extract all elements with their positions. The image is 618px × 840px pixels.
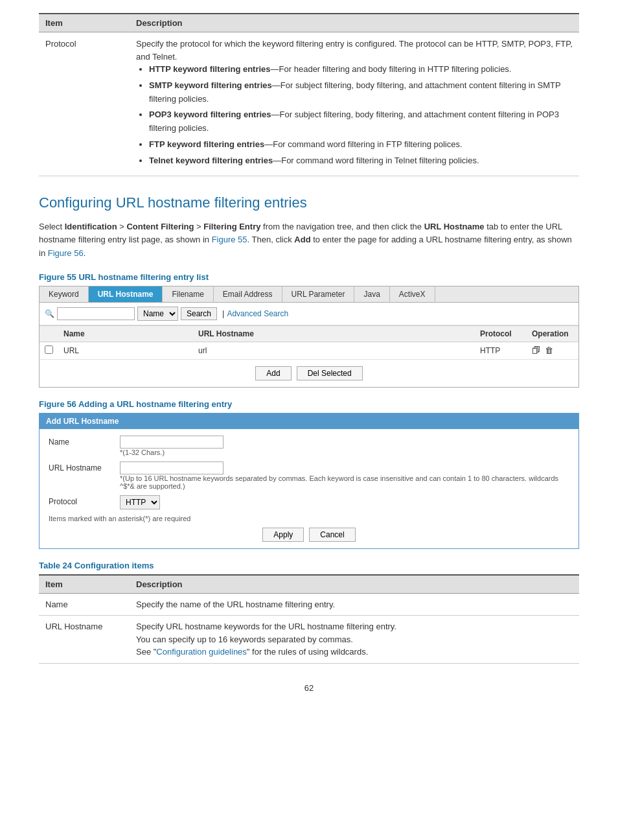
table-row: URL url HTTP 🗍 🗑 — [40, 342, 578, 359]
figure56-panel: Add URL Hostname Name *(1-32 Chars.) URL… — [39, 413, 579, 549]
bullet-smtp: SMTP keyword filtering entries—For subje… — [149, 79, 573, 106]
bullet-telnet: Telnet keyword filtering entries—For com… — [149, 154, 573, 168]
search-select[interactable]: Name — [137, 307, 178, 321]
add-button[interactable]: Add — [255, 366, 291, 380]
protocol-intro: Specify the protocol for which the keywo… — [136, 39, 573, 62]
table-row: Protocol Specify the protocol for which … — [39, 32, 579, 176]
search-row: 🔍 Name Search | Advanced Search — [40, 303, 578, 325]
row-operations: 🗍 🗑 — [527, 342, 578, 359]
form-row-urlhostname: URL Hostname *(Up to 16 URL hostname key… — [49, 461, 569, 490]
fig55-link[interactable]: Figure 55 — [212, 235, 247, 244]
row-urlhostname: url — [193, 342, 475, 359]
row-protocol: HTTP — [475, 342, 527, 359]
t24-col-desc: Description — [130, 575, 579, 594]
protocol-desc: Specify the protocol for which the keywo… — [130, 32, 579, 176]
delete-icon[interactable]: 🗑 — [545, 345, 553, 355]
t24-urlhostname-item: URL Hostname — [39, 616, 130, 664]
protocol-field: HTTP — [120, 495, 569, 509]
t24-name-desc: Specify the name of the URL hostname fil… — [130, 593, 579, 616]
form-row-name: Name *(1-32 Chars.) — [49, 436, 569, 456]
t24-desc-line2: You can specify up to 16 keywords separa… — [136, 635, 353, 644]
fig56-link[interactable]: Figure 56 — [48, 248, 84, 258]
col-desc-header: Description — [130, 14, 579, 32]
col-operation-header: Operation — [527, 325, 578, 342]
table24: Item Description Name Specify the name o… — [39, 574, 579, 664]
urlhostname-input[interactable] — [120, 461, 223, 474]
figure56-caption: Figure 56 Adding a URL hostname filterin… — [39, 399, 579, 409]
form-row-protocol: Protocol HTTP — [49, 495, 569, 509]
advanced-search-link[interactable]: Advanced Search — [227, 309, 288, 318]
figure55-caption: Figure 55 URL hostname filtering entry l… — [39, 272, 579, 282]
add-panel-header: Add URL Hostname — [40, 414, 578, 429]
tab-url-hostname[interactable]: URL Hostname — [89, 286, 163, 302]
config-guidelines-link[interactable]: Configuration guidelines — [156, 647, 246, 657]
col-check-header — [40, 325, 58, 342]
search-icon: 🔍 — [45, 309, 54, 318]
protocol-bullets: HTTP keyword filtering entries—For heade… — [149, 63, 573, 168]
t24-col-item: Item — [39, 575, 130, 594]
urlhostname-label: URL Hostname — [49, 461, 120, 472]
t24-desc-line1: Specify URL hostname keywords for the UR… — [136, 622, 396, 631]
bullet-pop3: POP3 keyword filtering entries—For subje… — [149, 108, 573, 135]
cancel-button[interactable]: Cancel — [309, 528, 355, 542]
table-row: Name Specify the name of the URL hostnam… — [39, 593, 579, 616]
list-button-row: Add Del Selected — [40, 360, 578, 387]
page-number: 62 — [39, 683, 579, 693]
del-selected-button[interactable]: Del Selected — [297, 366, 363, 380]
t24-urlhostname-desc: Specify URL hostname keywords for the UR… — [130, 616, 579, 664]
form-actions: Apply Cancel — [49, 528, 569, 542]
figure55-panel: Keyword URL Hostname Filename Email Addr… — [39, 286, 579, 388]
col-protocol-header: Protocol — [475, 325, 527, 342]
table-row: URL Hostname Specify URL hostname keywor… — [39, 616, 579, 664]
bullet-ftp: FTP keyword filtering entries—For comman… — [149, 138, 573, 152]
tab-email-address[interactable]: Email Address — [214, 286, 282, 302]
tab-activex[interactable]: ActiveX — [390, 286, 435, 302]
tab-java[interactable]: Java — [354, 286, 389, 302]
bullet-http: HTTP keyword filtering entries—For heade… — [149, 63, 573, 76]
tab-url-parameter[interactable]: URL Parameter — [282, 286, 355, 302]
apply-button[interactable]: Apply — [262, 528, 304, 542]
row-checkbox[interactable] — [45, 345, 53, 354]
section-body: Select Identification > Content Filterin… — [39, 220, 579, 261]
t24-name-item: Name — [39, 593, 130, 616]
protocol-select[interactable]: HTTP — [120, 495, 160, 509]
section-title: Configuring URL hostname filtering entri… — [39, 194, 579, 211]
name-hint: *(1-32 Chars.) — [120, 449, 569, 456]
urlhostname-field: *(Up to 16 URL hostname keywords separat… — [120, 461, 569, 490]
row-name: URL — [58, 342, 193, 359]
name-label: Name — [49, 436, 120, 447]
name-field: *(1-32 Chars.) — [120, 436, 569, 456]
t24-desc-line3: See "Configuration guidelines" for the r… — [136, 647, 368, 657]
form-note: Items marked with an asterisk(*) are req… — [49, 515, 569, 522]
tab-keyword[interactable]: Keyword — [40, 286, 89, 302]
col-name-header: Name — [58, 325, 193, 342]
name-input[interactable] — [120, 436, 223, 449]
row-check[interactable] — [40, 342, 58, 359]
tab-bar: Keyword URL Hostname Filename Email Addr… — [40, 286, 578, 303]
search-input[interactable] — [57, 307, 135, 320]
protocol-form-label: Protocol — [49, 495, 120, 506]
protocol-label: Protocol — [39, 32, 130, 176]
list-table: Name URL Hostname Protocol Operation URL… — [40, 325, 578, 360]
search-button[interactable]: Search — [181, 307, 217, 320]
col-item-header: Item — [39, 14, 130, 32]
top-doc-table: Item Description Protocol Specify the pr… — [39, 13, 579, 176]
tab-filename[interactable]: Filename — [163, 286, 213, 302]
col-urlhostname-header: URL Hostname — [193, 325, 475, 342]
add-panel-body: Name *(1-32 Chars.) URL Hostname *(Up to… — [40, 429, 578, 548]
table24-caption: Table 24 Configuration items — [39, 561, 579, 570]
copy-icon[interactable]: 🗍 — [532, 345, 540, 355]
urlhostname-hint: *(Up to 16 URL hostname keywords separat… — [120, 474, 569, 490]
